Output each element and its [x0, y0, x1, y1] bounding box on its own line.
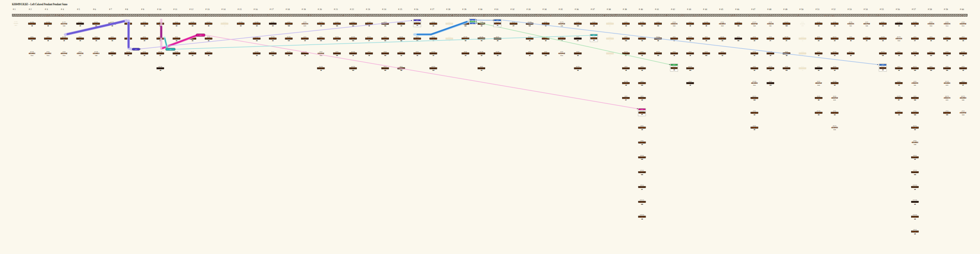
svg-text:p1 (2): p1 (2) — [480, 22, 483, 23]
svg-text:A8: A8 — [818, 114, 820, 116]
svg-text:p4 (12): p4 (12) — [432, 66, 435, 67]
svg-text:W8: W8 — [946, 70, 948, 71]
svg-text:A8: A8 — [850, 40, 852, 42]
svg-text:p3 (12): p3 (12) — [255, 51, 259, 53]
svg-text:W8: W8 — [946, 55, 948, 56]
svg-text:A8: A8 — [480, 25, 482, 27]
svg-text:W8: W8 — [914, 114, 916, 116]
svg-text:p3 (11): p3 (11) — [849, 51, 853, 53]
svg-text:W8: W8 — [689, 70, 691, 71]
svg-text:A8: A8 — [882, 40, 884, 42]
svg-text:p3 (11): p3 (11) — [190, 51, 194, 53]
svg-text:W8: W8 — [352, 70, 355, 71]
svg-text:A8: A8 — [480, 70, 482, 71]
svg-text:# 40: # 40 — [639, 8, 643, 11]
svg-text:A8: A8 — [79, 25, 81, 27]
svg-text:# 44: # 44 — [703, 8, 707, 11]
svg-text:p3 (11): p3 (11) — [881, 51, 885, 53]
svg-text:W8: W8 — [400, 70, 402, 71]
svg-text:W8: W8 — [786, 70, 788, 71]
svg-text:p13 (11): p13 (11) — [640, 199, 644, 201]
svg-text:p3 (f): p3 (f) — [528, 51, 531, 53]
svg-text:p8 (2): p8 (2) — [640, 125, 643, 127]
svg-text:# 6: # 6 — [93, 8, 96, 11]
svg-text:p6 (f): p6 (f) — [913, 96, 916, 97]
svg-text:p2 (11): p2 (11) — [335, 36, 339, 38]
svg-text:p6 (18): p6 (18) — [897, 96, 901, 97]
svg-text:A8: A8 — [529, 40, 531, 42]
svg-text:p3 (2): p3 (2) — [705, 51, 708, 53]
svg-text:A8: A8 — [497, 55, 499, 56]
svg-text:A8: A8 — [545, 40, 547, 42]
svg-text:p1 (18): p1 (18) — [46, 22, 50, 23]
svg-text:p4 (11): p4 (11) — [913, 66, 917, 67]
svg-text:p1 (f): p1 (f) — [657, 22, 659, 23]
svg-text:A8: A8 — [320, 25, 322, 27]
svg-text:# 47: # 47 — [751, 8, 756, 11]
svg-text:p1 (18): p1 (18) — [608, 22, 611, 23]
svg-text:A8: A8 — [834, 25, 836, 27]
svg-text:p2 (f): p2 (f) — [737, 36, 740, 38]
svg-text:WAB: WAB — [962, 114, 965, 116]
svg-text:A8: A8 — [705, 25, 707, 27]
svg-text:p2 (12): p2 (12) — [400, 36, 403, 38]
svg-text:p2 (f): p2 (f) — [962, 36, 965, 38]
svg-text:regal: regal — [472, 23, 474, 24]
svg-text:STEETS: STEETS — [767, 23, 774, 25]
svg-text:W4B: W4B — [753, 25, 756, 27]
svg-text:p2 (f): p2 (f) — [175, 36, 178, 38]
svg-text:p2 (f): p2 (f) — [78, 36, 81, 38]
svg-text:p14 (12): p14 (12) — [640, 214, 644, 216]
svg-text:p3 (12): p3 (12) — [833, 51, 836, 53]
svg-text:p1 (12): p1 (12) — [239, 22, 243, 23]
svg-text:p4 (2): p4 (2) — [833, 66, 836, 67]
svg-text:p1 (f): p1 (f) — [143, 22, 146, 23]
svg-text:WHY: WHY — [946, 85, 948, 86]
svg-text:p1 (f): p1 (f) — [175, 22, 178, 23]
svg-text:p1 (12): p1 (12) — [704, 22, 708, 23]
svg-text:p1 (12): p1 (12) — [897, 22, 901, 23]
svg-text:A8: A8 — [914, 159, 916, 160]
svg-text:p2 (11): p2 (11) — [368, 36, 371, 38]
svg-text:p3 (f): p3 (f) — [335, 51, 338, 53]
svg-text:p3 (2): p3 (2) — [721, 51, 724, 53]
svg-text:A8: A8 — [818, 99, 820, 101]
svg-text:A8: A8 — [898, 85, 900, 86]
svg-text:SESPES: SESPES — [944, 82, 950, 84]
svg-text:A8: A8 — [111, 40, 113, 42]
svg-text:A8: A8 — [818, 40, 820, 42]
svg-text:W8: W8 — [737, 25, 740, 27]
svg-text:A8: A8 — [465, 55, 467, 56]
svg-text:STEETS: STEETS — [944, 97, 950, 99]
svg-text:p1 (11): p1 (11) — [94, 22, 98, 23]
svg-text:A8: A8 — [898, 114, 900, 116]
svg-text:# 36: # 36 — [575, 8, 579, 11]
svg-text:p1 (18): p1 (18) — [223, 22, 226, 23]
svg-text:WHY: WHY — [303, 25, 306, 27]
svg-text:A8: A8 — [352, 55, 354, 56]
svg-text:p3 (11): p3 (11) — [287, 51, 291, 53]
svg-text:W8: W8 — [753, 99, 756, 101]
svg-text:A8: A8 — [144, 40, 145, 42]
svg-text:p3 (18): p3 (18) — [432, 51, 435, 53]
svg-text:A8: A8 — [722, 55, 724, 56]
svg-text:p1 (11): p1 (11) — [319, 22, 323, 23]
svg-text:# 16: # 16 — [254, 8, 258, 11]
svg-text:# 58: # 58 — [928, 8, 932, 11]
svg-text:A8: A8 — [914, 219, 916, 220]
svg-text:# 10: # 10 — [157, 8, 162, 11]
svg-text:A8: A8 — [401, 55, 402, 56]
svg-text:0Y: 0Y — [368, 40, 370, 42]
svg-text:WGG: WGG — [753, 85, 756, 86]
svg-text:W8: W8 — [641, 159, 644, 160]
svg-text:# 35: # 35 — [558, 8, 563, 11]
svg-text:p3 (12): p3 (12) — [351, 51, 355, 53]
svg-text:p1 (2): p1 (2) — [352, 22, 355, 23]
svg-text:p2 (f): p2 (f) — [930, 36, 933, 38]
svg-text:p2 (2): p2 (2) — [95, 36, 98, 38]
svg-text:A8: A8 — [625, 25, 627, 27]
svg-text:NETS18: NETS18 — [471, 21, 474, 22]
svg-text:A8: A8 — [802, 40, 804, 42]
svg-text:A8: A8 — [625, 70, 627, 71]
svg-text:W8: W8 — [432, 70, 434, 71]
